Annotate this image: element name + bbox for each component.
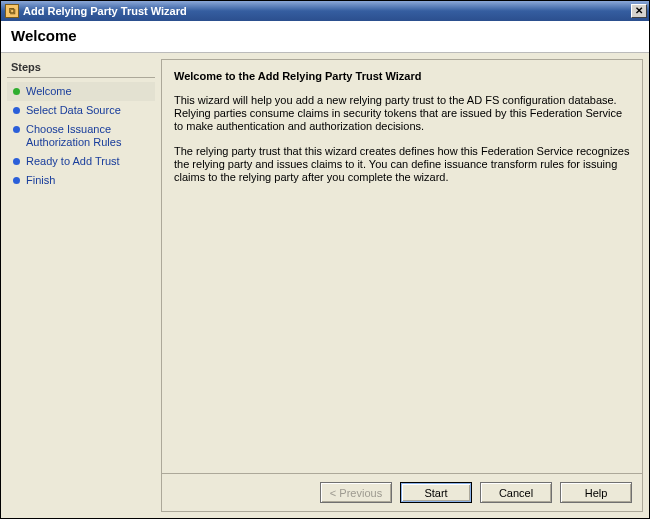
page-subtitle: Welcome	[11, 27, 639, 44]
start-button[interactable]: Start	[400, 482, 472, 503]
bullet-icon	[13, 177, 20, 184]
titlebar: ⧉ Add Relying Party Trust Wizard ✕	[1, 1, 649, 21]
bullet-icon	[13, 158, 20, 165]
app-icon: ⧉	[5, 4, 19, 18]
previous-button: < Previous	[320, 482, 392, 503]
wizard-window: ⧉ Add Relying Party Trust Wizard ✕ Welco…	[0, 0, 650, 519]
subtitle-bar: Welcome	[1, 21, 649, 53]
window-title: Add Relying Party Trust Wizard	[23, 5, 631, 17]
bullet-icon	[13, 107, 20, 114]
step-label: Welcome	[26, 85, 151, 98]
button-bar: < Previous Start Cancel Help	[162, 473, 642, 511]
content-paragraph-1: This wizard will help you add a new rely…	[174, 94, 630, 133]
content-paragraph-2: The relying party trust that this wizard…	[174, 145, 630, 184]
step-label: Ready to Add Trust	[26, 155, 151, 168]
step-label: Finish	[26, 174, 151, 187]
help-button[interactable]: Help	[560, 482, 632, 503]
steps-list: Welcome Select Data Source Choose Issuan…	[7, 82, 155, 190]
bullet-icon	[13, 126, 20, 133]
step-finish[interactable]: Finish	[7, 171, 155, 190]
content-heading: Welcome to the Add Relying Party Trust W…	[174, 70, 630, 82]
step-welcome[interactable]: Welcome	[7, 82, 155, 101]
step-select-data-source[interactable]: Select Data Source	[7, 101, 155, 120]
step-label: Choose Issuance Authorization Rules	[26, 123, 151, 149]
steps-panel: Steps Welcome Select Data Source Choose …	[7, 59, 155, 512]
cancel-button[interactable]: Cancel	[480, 482, 552, 503]
step-choose-issuance-authorization-rules[interactable]: Choose Issuance Authorization Rules	[7, 120, 155, 152]
step-label: Select Data Source	[26, 104, 151, 117]
close-icon[interactable]: ✕	[631, 4, 647, 18]
body-area: Steps Welcome Select Data Source Choose …	[1, 53, 649, 518]
step-ready-to-add-trust[interactable]: Ready to Add Trust	[7, 152, 155, 171]
steps-header: Steps	[7, 59, 155, 78]
bullet-icon	[13, 88, 20, 95]
content-panel: Welcome to the Add Relying Party Trust W…	[161, 59, 643, 512]
content-body: Welcome to the Add Relying Party Trust W…	[162, 60, 642, 473]
